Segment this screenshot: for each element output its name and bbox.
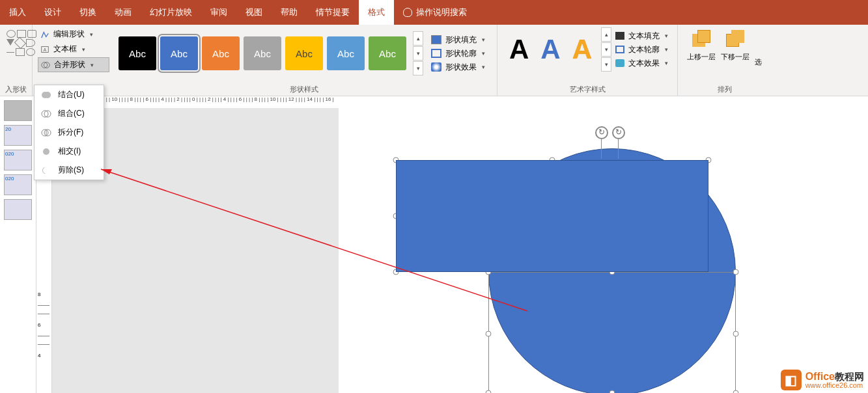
shape-style-1[interactable]: Abc: [119, 36, 156, 70]
combine-icon: [41, 109, 51, 119]
tab-insert[interactable]: 插入: [0, 0, 35, 25]
merge-intersect-item[interactable]: 相交(I): [35, 142, 104, 161]
tell-me-label: 操作说明搜索: [416, 7, 467, 18]
slide-thumb-3[interactable]: 020: [4, 150, 32, 170]
watermark: ◧ Office教程网 www.office26.com: [781, 370, 864, 390]
tell-me-search[interactable]: 操作说明搜索: [394, 7, 476, 18]
text-outline-icon: [615, 46, 624, 53]
slide-thumb-4[interactable]: 020: [4, 174, 32, 195]
shape-fill-button[interactable]: 形状填充: [431, 34, 485, 46]
rectangle-shape-front[interactable]: [396, 160, 708, 272]
rotation-handle-1[interactable]: [595, 126, 608, 139]
circ-handle-w[interactable]: [486, 331, 492, 337]
rotation-handle-2[interactable]: [612, 126, 625, 139]
circ-handle-ne[interactable]: [733, 269, 739, 275]
shape-style-more: ▴ ▾ ▾: [413, 31, 423, 75]
group-label-shape-styles: 形状样式: [116, 83, 492, 94]
wordart-up-button[interactable]: ▴: [601, 27, 611, 42]
rotation-stem-2: [618, 139, 619, 159]
group-shape-styles: Abc Abc Abc Abc Abc Abc Abc ▴ ▾ ▾ 形状填充 形…: [111, 25, 497, 96]
union-icon: [41, 90, 51, 100]
selection-pane-button[interactable]: 选: [755, 30, 762, 67]
subtract-icon: [41, 165, 51, 176]
shape-outline-button[interactable]: 形状轮廓: [431, 48, 485, 59]
merge-fragment-item[interactable]: 拆分(F): [35, 123, 104, 142]
slide-canvas[interactable]: | 16 | | | | 14 | | | | 12 | | | | 10 | …: [52, 96, 868, 393]
slide-thumb-5[interactable]: [4, 199, 32, 220]
shape-style-6[interactable]: Abc: [327, 36, 365, 70]
intersect-icon: [41, 146, 51, 157]
shape-fill-icon: [431, 35, 441, 44]
send-backward-icon: [725, 30, 746, 51]
group-arrange: 上移一层 下移一层 选 排列: [678, 25, 771, 96]
wordart-gallery: A A A: [503, 29, 598, 70]
shape-effects-set: 形状填充 形状轮廓 形状效果: [427, 32, 489, 75]
fragment-icon: [41, 128, 51, 138]
circ-handle-e[interactable]: [733, 331, 739, 337]
slide-thumbnail-pane[interactable]: 20 020 020: [0, 96, 36, 393]
ribbon: 入形状 编辑形状 A 文本框 合并形状 Abc Abc Abc Abc Abc …: [0, 25, 868, 96]
wordart-expand-button[interactable]: ▾: [601, 57, 611, 72]
group-wordart-styles: A A A ▴ ▾ ▾ 文本填充 文本轮廓 文本效果 艺术字样式: [497, 25, 678, 96]
lightbulb-icon: [403, 8, 412, 17]
wordart-down-button[interactable]: ▾: [601, 42, 611, 57]
group-insert-shapes-mini: 入形状: [0, 25, 33, 96]
bring-forward-icon: [691, 30, 712, 51]
rotation-stem-1: [601, 139, 602, 159]
send-backward-button[interactable]: 下移一层: [721, 30, 749, 67]
text-box-button[interactable]: A 文本框: [38, 42, 109, 56]
shape-outline-icon: [431, 49, 441, 58]
tab-slideshow[interactable]: 幻灯片放映: [141, 0, 201, 25]
text-fill-button[interactable]: 文本填充: [615, 31, 668, 42]
shape-effects-icon: [431, 62, 441, 72]
merge-subtract-item[interactable]: 剪除(S): [35, 161, 104, 180]
gallery-down-button[interactable]: ▾: [413, 46, 423, 61]
shape-style-5[interactable]: Abc: [285, 36, 323, 70]
shape-style-3[interactable]: Abc: [202, 36, 240, 70]
merge-combine-item[interactable]: 组合(C): [35, 104, 104, 123]
gallery-expand-button[interactable]: ▾: [413, 61, 423, 75]
shape-style-2[interactable]: Abc: [160, 36, 198, 70]
shape-effects-button[interactable]: 形状效果: [431, 62, 485, 73]
tab-animations[interactable]: 动画: [105, 0, 141, 25]
circ-handle-se[interactable]: [733, 390, 739, 394]
bring-forward-button[interactable]: 上移一层: [687, 30, 716, 67]
circ-handle-s[interactable]: [609, 390, 615, 394]
group-label-arrange: 排列: [683, 83, 766, 94]
circle-selection-box: [488, 272, 736, 393]
text-fill-icon: [615, 32, 624, 40]
group-label-wordart: 艺术字样式: [503, 83, 672, 94]
group-label-insert-shapes: 入形状: [5, 83, 27, 94]
tab-format[interactable]: 格式: [359, 0, 394, 25]
tab-view[interactable]: 视图: [236, 0, 272, 25]
text-box-icon: A: [40, 45, 49, 54]
wordart-style-3[interactable]: A: [572, 34, 592, 65]
wordart-style-1[interactable]: A: [509, 34, 529, 65]
watermark-icon: ◧: [781, 370, 802, 390]
tab-bar: 插入 设计 切换 动画 幻灯片放映 审阅 视图 帮助 情节提要 格式 操作说明搜…: [0, 0, 868, 25]
tab-help[interactable]: 帮助: [272, 0, 307, 25]
shape-style-gallery: Abc Abc Abc Abc Abc Abc Abc ▴ ▾ ▾ 形状填充 形…: [116, 27, 492, 79]
merge-shapes-icon: [41, 61, 50, 70]
text-outline-button[interactable]: 文本轮廓: [615, 44, 668, 55]
slide-thumb-2[interactable]: 20: [4, 125, 32, 146]
text-effects-set: 文本填充 文本轮廓 文本效果: [611, 28, 672, 72]
text-effects-icon: [615, 59, 624, 67]
text-effects-button[interactable]: 文本效果: [615, 58, 668, 69]
tab-design[interactable]: 设计: [35, 0, 70, 25]
svg-text:A: A: [43, 47, 46, 51]
merge-shapes-button[interactable]: 合并形状: [38, 57, 109, 72]
circ-handle-sw[interactable]: [486, 390, 492, 394]
edit-shape-button[interactable]: 编辑形状: [38, 27, 109, 41]
shape-style-4[interactable]: Abc: [244, 36, 281, 70]
gallery-up-button[interactable]: ▴: [413, 31, 423, 46]
shape-style-7[interactable]: Abc: [369, 36, 406, 70]
tab-review[interactable]: 审阅: [201, 0, 236, 25]
slide-thumb-1[interactable]: [4, 100, 32, 121]
tab-transitions[interactable]: 切换: [70, 0, 105, 25]
horizontal-ruler: | 16 | | | | 14 | | | | 12 | | | | 10 | …: [52, 96, 868, 108]
merge-union-item[interactable]: 结合(U): [35, 85, 104, 104]
workspace: 20 020 020 8 6 4 | 16 | | | | 14 | | | |…: [0, 96, 868, 393]
tab-storyline[interactable]: 情节提要: [307, 0, 359, 25]
wordart-style-2[interactable]: A: [540, 34, 560, 65]
